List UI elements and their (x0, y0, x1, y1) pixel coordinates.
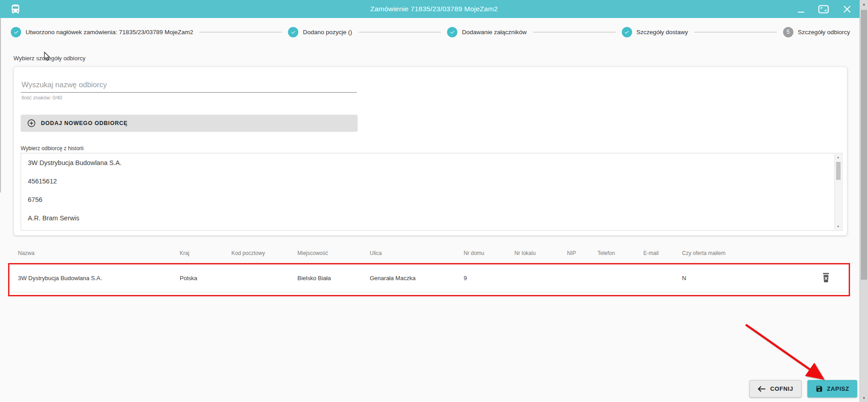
list-item[interactable]: 6756 (21, 190, 842, 209)
page-title: Wybierz szczegóły odbiorcy (13, 55, 85, 62)
arrow-left-icon (757, 386, 766, 392)
col-header-miejscowosc: Miejscowość (297, 250, 370, 256)
window-scrollbar-thumb[interactable] (861, 10, 867, 280)
col-header-nr-domu: Nr domu (464, 250, 514, 256)
stepper-connector (199, 32, 282, 32)
add-new-recipient-button[interactable]: DODAJ NOWEGO ODBIORCĘ (21, 115, 358, 131)
maximize-icon (818, 5, 829, 13)
window-left-border (0, 18, 1, 192)
search-input[interactable] (21, 79, 357, 93)
cell-miejscowosc: Bielsko Biała (297, 275, 370, 281)
col-header-nip: NIP (567, 250, 598, 256)
col-header-nazwa: Nazwa (18, 250, 180, 256)
step-1-check-icon (11, 27, 21, 37)
char-count-hint: Ilość znaków: 0/40 (21, 95, 357, 100)
col-header-email: E-mail (643, 250, 682, 256)
col-header-telefon: Telefon (598, 250, 643, 256)
step-1-header-created: Utworzono nagłówek zamówienia: 71835/23/… (11, 27, 193, 37)
step-2-check-icon (288, 27, 298, 37)
window-scrollbar[interactable]: ▲ ▼ (859, 0, 868, 402)
save-floppy-icon (815, 385, 823, 393)
step-4-label: Szczegóły dostawy (637, 29, 688, 36)
step-3-label: Dodawanie załączników (462, 29, 527, 36)
stepper-connector (694, 32, 776, 32)
step-2-label: Dodano pozycje () (303, 29, 352, 36)
cell-nr-domu: 9 (464, 275, 514, 281)
add-new-recipient-label: DODAJ NOWEGO ODBIORCĘ (41, 120, 128, 126)
table-header-row: Nazwa Kraj Kod pocztowy Miejscowość Ulic… (9, 243, 850, 264)
step-4-check-icon (622, 27, 632, 37)
cell-ulica: Genarała Maczka (370, 275, 464, 281)
close-icon (843, 5, 851, 13)
minimize-button[interactable] (794, 0, 808, 18)
cell-nazwa: 3W Dystrybucja Budowlana S.A. (18, 275, 180, 281)
wizard-stepper: Utworzono nagłówek zamówienia: 71835/23/… (11, 23, 850, 40)
save-button[interactable]: ZAPISZ (807, 380, 857, 398)
table-row[interactable]: 3W Dystrybucja Budowlana S.A. Polska Bie… (9, 264, 849, 292)
list-scrollbar-thumb[interactable] (836, 162, 841, 180)
plus-circle-icon (27, 119, 36, 128)
col-header-kraj: Kraj (180, 250, 231, 256)
recipient-card: Ilość znaków: 0/40 DODAJ NOWEGO ODBIORCĘ… (13, 67, 847, 236)
scroll-down-icon[interactable]: ▼ (860, 396, 868, 400)
title-bar: Zamówienie 71835/23/03789 MojeZam2 (0, 0, 868, 18)
back-button[interactable]: COFNIJ (749, 380, 802, 398)
cell-kraj: Polska (180, 275, 231, 281)
stepper-connector (359, 32, 441, 32)
step-2-items-added: Dodano pozycje () (288, 27, 352, 37)
window-title: Zamówienie 71835/23/03789 MojeZam2 (0, 0, 868, 18)
stepper-connector (533, 32, 615, 32)
step-5-number-badge: 5 (783, 27, 793, 37)
list-item[interactable]: 45615612 (21, 172, 842, 190)
annotation-arrow-red (732, 315, 836, 387)
step-5-recipient-details: 5 Szczegóły odbiorcy (783, 27, 850, 37)
save-button-label: ZAPISZ (827, 385, 850, 392)
cell-czy-oferta-mailem: N (682, 275, 815, 281)
maximize-button[interactable] (817, 0, 830, 18)
back-button-label: COFNIJ (770, 385, 793, 392)
trash-icon (822, 272, 830, 282)
history-list-label: Wybierz odbiorcę z historii (21, 145, 84, 152)
list-item[interactable]: 3W Dystrybucja Budowlana S.A. (21, 153, 842, 172)
col-header-kod-pocztowy: Kod pocztowy (231, 250, 297, 256)
list-scrollbar[interactable]: ▲ ▼ (834, 154, 841, 230)
step-3-attachments: Dodawanie załączników (447, 27, 527, 37)
step-5-label: Szczegóły odbiorcy (798, 29, 850, 36)
step-3-check-icon (447, 27, 457, 37)
list-item[interactable]: A.R. Bram Serwis (21, 209, 842, 227)
step-4-delivery-details: Szczegóły dostawy (622, 27, 688, 37)
col-header-nr-lokalu: Nr lokalu (514, 250, 567, 256)
minimize-icon (798, 12, 804, 13)
col-header-czy-oferta-mailem: Czy oferta mailem (682, 250, 815, 256)
col-header-ulica: Ulica (370, 250, 464, 256)
delete-row-button[interactable] (821, 272, 831, 283)
scroll-down-icon[interactable]: ▼ (835, 225, 841, 228)
search-block: Ilość znaków: 0/40 (21, 79, 357, 100)
selected-recipient-row-highlight: 3W Dystrybucja Budowlana S.A. Polska Bie… (8, 263, 850, 296)
close-button[interactable] (840, 0, 854, 18)
step-1-label: Utworzono nagłówek zamówienia: 71835/23/… (26, 29, 193, 36)
recipient-history-list: 3W Dystrybucja Budowlana S.A. 45615612 6… (21, 153, 842, 231)
scroll-up-icon[interactable]: ▲ (835, 156, 841, 159)
scroll-up-icon[interactable]: ▲ (860, 2, 868, 6)
